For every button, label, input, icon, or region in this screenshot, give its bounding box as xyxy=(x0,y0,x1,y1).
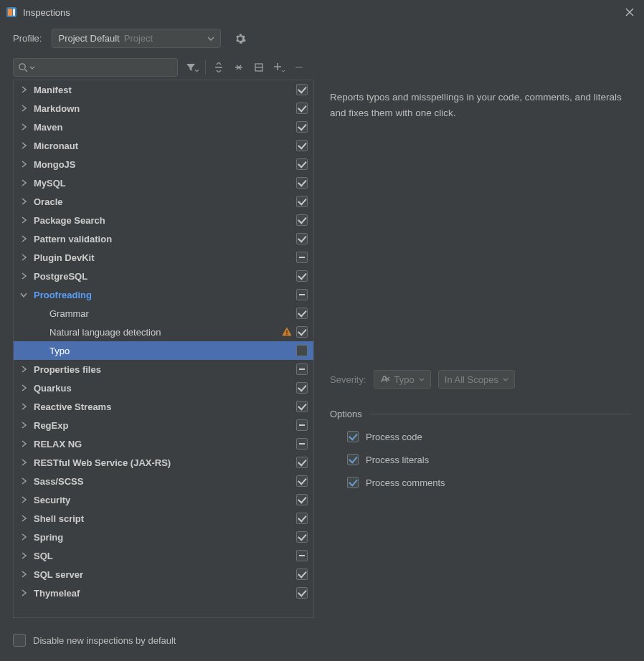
option-checkbox[interactable] xyxy=(347,431,359,442)
inspection-checkbox[interactable] xyxy=(296,382,308,394)
tree-row[interactable]: Spring xyxy=(14,528,313,546)
tree-row[interactable]: SQL xyxy=(14,546,313,565)
chevron-right-icon[interactable] xyxy=(18,233,29,244)
close-icon[interactable] xyxy=(622,5,637,19)
chevron-right-icon[interactable] xyxy=(18,103,29,114)
inspection-checkbox[interactable] xyxy=(296,587,308,599)
inspection-checkbox[interactable] xyxy=(296,569,308,580)
disable-new-checkbox[interactable] xyxy=(13,634,26,647)
chevron-right-icon[interactable] xyxy=(18,363,29,375)
chevron-right-icon[interactable] xyxy=(18,587,29,599)
chevron-right-icon[interactable] xyxy=(18,438,29,450)
tree-row[interactable]: Security xyxy=(14,490,313,509)
inspection-checkbox[interactable] xyxy=(296,158,308,170)
chevron-right-icon[interactable] xyxy=(18,214,29,226)
inspection-checkbox[interactable] xyxy=(296,550,308,561)
gear-icon[interactable] xyxy=(231,29,250,48)
collapse-all-icon[interactable] xyxy=(229,58,249,77)
tree-row[interactable]: Reactive Streams xyxy=(14,397,313,416)
chevron-right-icon[interactable] xyxy=(18,84,29,95)
tree-row[interactable]: Thymeleaf xyxy=(14,584,313,602)
tree-row[interactable]: Package Search xyxy=(14,211,313,229)
inspection-checkbox[interactable] xyxy=(296,345,308,356)
inspection-checkbox[interactable] xyxy=(296,401,308,412)
chevron-right-icon[interactable] xyxy=(18,494,29,505)
inspection-checkbox[interactable] xyxy=(296,531,308,543)
chevron-right-icon[interactable] xyxy=(18,158,29,170)
tree-row[interactable]: Typo xyxy=(14,341,313,360)
inspection-checkbox[interactable] xyxy=(296,270,308,282)
inspection-checkbox[interactable] xyxy=(296,513,308,524)
tree-row[interactable]: Shell script xyxy=(14,509,313,528)
tree-row[interactable]: Plugin DevKit xyxy=(14,248,313,267)
option-checkbox[interactable] xyxy=(347,477,359,488)
inspection-checkbox[interactable] xyxy=(296,289,308,300)
inspection-checkbox[interactable] xyxy=(296,457,308,468)
tree-row[interactable]: SQL server xyxy=(14,565,313,584)
inspection-checkbox[interactable] xyxy=(296,121,308,133)
inspection-checkbox[interactable] xyxy=(296,103,308,114)
chevron-right-icon[interactable] xyxy=(18,419,29,431)
tree-row[interactable]: Properties files xyxy=(14,360,313,379)
search-input[interactable] xyxy=(13,58,178,77)
inspection-checkbox[interactable] xyxy=(296,140,308,151)
tree-row[interactable]: Grammar xyxy=(14,304,313,323)
chevron-right-icon[interactable] xyxy=(18,177,29,189)
chevron-right-icon[interactable] xyxy=(18,140,29,151)
tree-row[interactable]: RESTful Web Service (JAX-RS) xyxy=(14,453,313,472)
inspection-tree[interactable]: ManifestMarkdownMavenMicronautMongoJSMyS… xyxy=(13,80,314,618)
inspection-checkbox[interactable] xyxy=(296,214,308,226)
chevron-right-icon[interactable] xyxy=(18,196,29,207)
tree-row[interactable]: Maven xyxy=(14,118,313,136)
tree-node-label: MongoJS xyxy=(34,159,76,170)
inspection-checkbox[interactable] xyxy=(296,494,308,505)
chevron-right-icon[interactable] xyxy=(18,401,29,412)
inspection-checkbox[interactable] xyxy=(296,196,308,207)
separator xyxy=(369,414,631,414)
tree-row[interactable]: Oracle xyxy=(14,192,313,211)
tree-row[interactable]: Markdown xyxy=(14,99,313,118)
tree-row[interactable]: MongoJS xyxy=(14,155,313,173)
option-checkbox[interactable] xyxy=(347,454,359,465)
add-icon[interactable] xyxy=(269,58,289,77)
inspection-checkbox[interactable] xyxy=(296,419,308,431)
inspection-checkbox[interactable] xyxy=(296,233,308,244)
severity-dropdown[interactable]: Typo xyxy=(374,370,431,389)
remove-icon[interactable] xyxy=(289,58,309,77)
chevron-right-icon[interactable] xyxy=(18,531,29,543)
tree-row[interactable]: MySQL xyxy=(14,173,313,192)
inspection-checkbox[interactable] xyxy=(296,252,308,263)
chevron-right-icon[interactable] xyxy=(18,252,29,263)
inspection-checkbox[interactable] xyxy=(296,177,308,189)
chevron-right-icon[interactable] xyxy=(18,513,29,524)
chevron-right-icon[interactable] xyxy=(18,475,29,487)
profile-dropdown[interactable]: Project Default Project xyxy=(52,29,221,48)
inspection-checkbox[interactable] xyxy=(296,438,308,450)
inspection-checkbox[interactable] xyxy=(296,308,308,319)
reset-icon[interactable] xyxy=(249,58,269,77)
tree-row[interactable]: RegExp xyxy=(14,416,313,434)
tree-row[interactable]: PostgreSQL xyxy=(14,267,313,285)
chevron-right-icon[interactable] xyxy=(18,569,29,580)
chevron-right-icon[interactable] xyxy=(18,550,29,561)
chevron-down-icon[interactable] xyxy=(18,289,29,300)
tree-row[interactable]: Manifest xyxy=(14,80,313,99)
inspection-checkbox[interactable] xyxy=(296,475,308,487)
inspection-checkbox[interactable] xyxy=(296,363,308,375)
tree-row[interactable]: Sass/SCSS xyxy=(14,472,313,490)
tree-row[interactable]: Proofreading xyxy=(14,285,313,304)
inspection-checkbox[interactable] xyxy=(296,326,308,338)
tree-row[interactable]: Micronaut xyxy=(14,136,313,155)
inspection-checkbox[interactable] xyxy=(296,84,308,95)
chevron-right-icon[interactable] xyxy=(18,382,29,394)
tree-row[interactable]: Quarkus xyxy=(14,379,313,397)
tree-row[interactable]: RELAX NG xyxy=(14,434,313,453)
tree-row[interactable]: Pattern validation xyxy=(14,229,313,248)
chevron-right-icon[interactable] xyxy=(18,457,29,468)
chevron-right-icon[interactable] xyxy=(18,121,29,133)
scope-dropdown[interactable]: In All Scopes xyxy=(438,370,515,389)
expand-all-icon[interactable] xyxy=(209,58,229,77)
filter-icon[interactable] xyxy=(182,58,202,77)
tree-row[interactable]: Natural language detection xyxy=(14,323,313,341)
chevron-right-icon[interactable] xyxy=(18,270,29,282)
